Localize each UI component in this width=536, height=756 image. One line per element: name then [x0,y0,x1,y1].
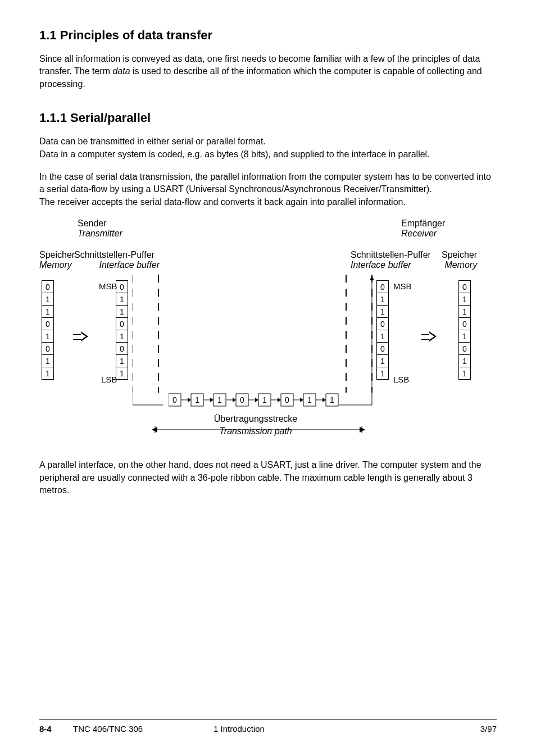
label-receiver-en: Receiver [401,229,437,238]
bit-cell: 0 [116,343,128,355]
para-serial-2: In the case of serial data transmission,… [39,171,497,208]
label-mem-en-l: Memory [39,260,72,270]
bit-cell: 0 [42,318,54,330]
para-serial-1a: Data can be transmitted in either serial… [39,136,266,146]
label-buf-en-r: Interface buffer [351,260,411,270]
label-receiver-de: Empfänger [401,218,445,228]
bit-cell: 0 [458,281,471,293]
heading-1-1-1: 1.1.1 Serial/parallel [39,111,497,125]
para-serial-2a: In the case of serial data transmission,… [39,172,491,194]
label-buffer-right: Schnittstellen-Puffer Interface buffer [351,250,431,270]
para-serial-1: Data can be transmitted in either serial… [39,135,497,161]
footer-date: 3/97 [480,724,497,734]
bit-cell: 0 [116,318,128,330]
label-memory-left: Speicher Memory [39,250,75,270]
label-msb-right: MSB [393,281,412,291]
label-receiver: Empfänger Receiver [401,218,445,239]
bitcol-memory-left: 01101011 [42,280,54,380]
label-mem-en-r: Memory [444,260,477,270]
bit-cell: 1 [116,367,128,380]
bit-cell: 1 [116,293,128,306]
svg-text:1: 1 [262,395,267,404]
footer-doc: TNC 406/TNC 306 [73,724,214,734]
page-footer: 8-4 TNC 406/TNC 306 1 Introduction 3/97 [39,719,497,734]
svg-marker-17 [210,398,214,402]
usart-left [133,275,163,408]
svg-marker-8 [370,276,374,280]
serial-bit-row: 01101011 [169,393,339,409]
footer-page: 8-4 [39,724,73,734]
bit-cell: 1 [42,330,54,343]
bit-cell: 0 [42,281,54,293]
para-intro-em: data [112,66,130,76]
arrow-left-icon [73,333,89,340]
svg-text:0: 0 [172,395,177,404]
label-lsb-right: LSB [393,375,409,384]
label-msb-left: MSB [99,281,117,291]
bit-cell: 0 [376,343,389,355]
bit-cell: 1 [458,293,471,306]
label-transmission-de: Übertragungsstrecke [39,414,472,424]
arrow-right-icon [421,333,437,340]
label-transmission-en: Transmission path [39,426,472,436]
bit-cell: 1 [376,355,389,367]
svg-marker-37 [322,398,326,402]
label-buf-de-l: Schnittstellen-Puffer [74,250,155,259]
bit-cell: 1 [376,293,389,306]
bit-cell: 0 [376,281,389,293]
diagram-serial-parallel: Sender Transmitter Empfänger Receiver Sp… [39,218,472,449]
label-lsb-left: LSB [101,375,117,384]
bit-cell: 1 [116,306,128,318]
para-serial-1b: Data in a computer system is coded, e.g.… [39,149,430,159]
bit-cell: 1 [116,355,128,367]
bit-cell: 1 [376,306,389,318]
para-serial-2b: The receiver accepts the serial data-flo… [39,197,406,207]
bit-cell: 1 [458,306,471,318]
bit-cell: 0 [116,281,128,293]
svg-text:1: 1 [307,395,312,404]
bit-cell: 1 [42,293,54,306]
label-memory-right: Speicher Memory [442,250,477,270]
bit-cell: 1 [42,355,54,367]
svg-marker-33 [300,398,303,402]
label-mem-de-l: Speicher [39,250,75,259]
svg-marker-29 [278,398,281,402]
bit-cell: 1 [376,367,389,380]
bit-cell: 0 [458,343,471,355]
bit-cell: 0 [42,343,54,355]
para-parallel: A parallel interface, on the other hand,… [39,459,497,497]
svg-text:1: 1 [330,395,334,404]
label-sender: Sender Transmitter [78,218,122,239]
label-sender-en: Transmitter [78,229,122,238]
label-sender-de: Sender [78,218,107,228]
bit-cell: 1 [376,330,389,343]
bit-cell: 1 [458,330,471,343]
label-mem-de-r: Speicher [442,250,477,259]
bit-cell: 1 [116,330,128,343]
bit-cell: 0 [458,318,471,330]
label-buf-de-r: Schnittstellen-Puffer [351,250,431,259]
bit-cell: 1 [42,367,54,380]
label-buf-en-l: Interface buffer [99,260,160,270]
svg-text:1: 1 [195,395,199,404]
heading-1-1: 1.1 Principles of data transfer [39,28,497,43]
bit-cell: 0 [376,318,389,330]
para-intro: Since all information is conveyed as dat… [39,53,497,90]
bitcol-buffer-left: 01101011 [116,280,128,380]
footer-section: 1 Introduction [214,724,480,734]
bit-cell: 1 [458,355,471,367]
svg-marker-21 [233,398,236,402]
usart-right [342,275,376,408]
svg-marker-13 [188,398,191,402]
bit-cell: 1 [458,367,471,380]
bitcol-buffer-right: 01101011 [376,280,389,380]
svg-text:0: 0 [240,395,244,404]
bitcol-memory-right: 01101011 [458,280,471,380]
svg-marker-25 [255,398,258,402]
label-buffer-left: Schnittstellen-Puffer Interface buffer [74,250,160,270]
bit-cell: 1 [42,306,54,318]
svg-text:1: 1 [217,395,222,404]
svg-text:0: 0 [285,395,289,404]
